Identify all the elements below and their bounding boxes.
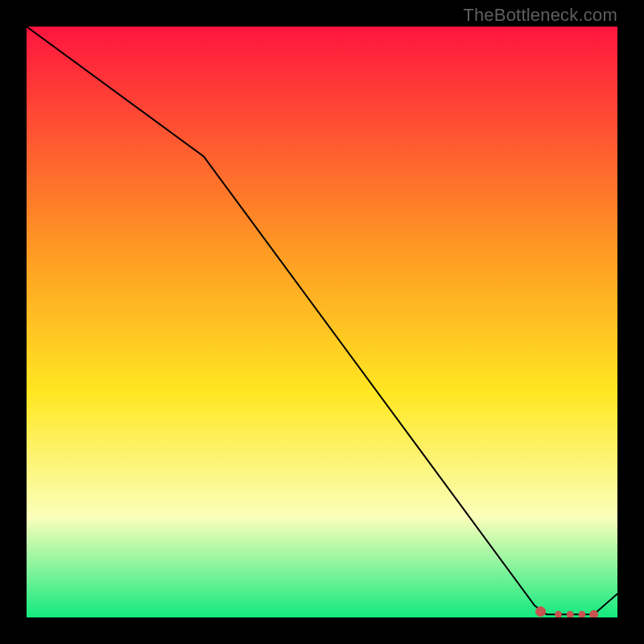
watermark-text: TheBottleneck.com [463,5,617,26]
outer-frame: TheBottleneck.com [0,0,644,644]
plot-area [27,27,617,617]
flat-segment-d-marker [579,611,585,617]
flat-segment-a-marker [536,607,546,617]
minimum-point-marker [590,610,598,617]
gradient-background [27,27,617,617]
flat-segment-c-marker [567,611,573,617]
chart-svg [27,27,617,617]
flat-segment-b-marker [555,611,562,617]
